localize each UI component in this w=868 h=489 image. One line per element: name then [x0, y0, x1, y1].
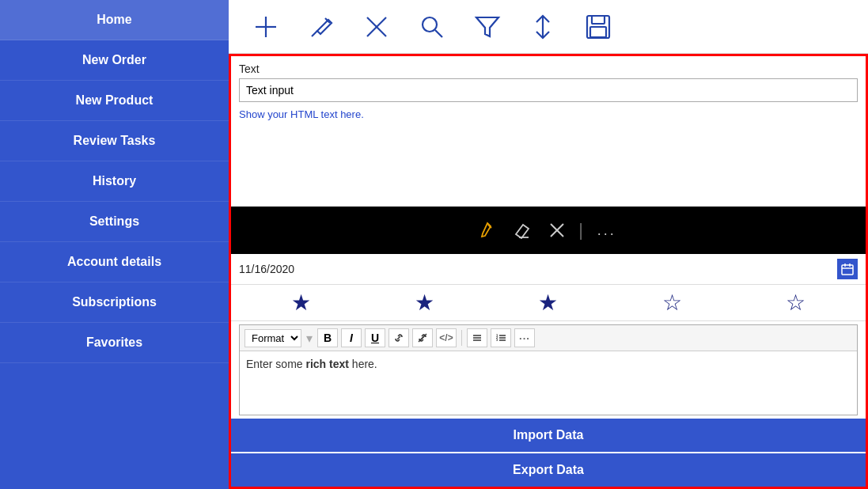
svg-point-6	[423, 17, 437, 32]
divider: |	[578, 220, 583, 241]
pen-tool-icon[interactable]	[474, 218, 501, 242]
text-input[interactable]	[239, 78, 858, 102]
calendar-icon[interactable]	[837, 259, 858, 279]
italic-button[interactable]: I	[341, 328, 362, 347]
svg-rect-12	[590, 27, 606, 37]
more-options-button[interactable]: ···	[514, 328, 535, 347]
sidebar-item-review-tasks[interactable]: Review Tasks	[0, 121, 229, 161]
form-area: Text Show your HTML text here.	[229, 54, 868, 489]
html-link[interactable]: HTML	[290, 108, 318, 120]
sidebar-item-label: Review Tasks	[74, 134, 156, 147]
underline-button[interactable]: U	[365, 328, 385, 347]
star-3[interactable]: ★	[538, 290, 558, 316]
bottom-buttons: Import Data Export Data	[231, 419, 866, 487]
ordered-list-button[interactable]: 1 2 3	[491, 328, 511, 347]
sidebar: Home New Order New Product Review Tasks …	[0, 0, 229, 489]
sidebar-item-label: Settings	[89, 214, 139, 228]
date-value: 11/16/2020	[239, 263, 837, 275]
black-bar: | ...	[231, 207, 866, 254]
text-input-row	[239, 78, 858, 102]
star-2[interactable]: ★	[415, 290, 434, 316]
star-4[interactable]: ☆	[662, 290, 682, 316]
svg-line-2	[312, 31, 317, 36]
link-button[interactable]	[389, 328, 409, 347]
sort-icon[interactable]	[529, 13, 556, 40]
stars-row: ★ ★ ★ ☆ ☆	[231, 285, 866, 321]
star-5[interactable]: ☆	[786, 290, 805, 316]
sidebar-item-label: New Product	[76, 93, 154, 107]
rich-text-editor: Format ▾ B I U	[239, 324, 858, 415]
sidebar-item-label: History	[93, 174, 136, 188]
date-row: 11/16/2020	[231, 254, 866, 285]
rte-toolbar: Format ▾ B I U	[240, 325, 857, 351]
more-options-icon[interactable]: ...	[591, 219, 623, 242]
sidebar-item-label: Favorites	[86, 335, 142, 349]
edit-icon[interactable]	[308, 13, 335, 40]
x-icon[interactable]	[544, 218, 570, 242]
sidebar-item-subscriptions[interactable]: Subscriptions	[0, 282, 229, 323]
sidebar-item-favorites[interactable]: Favorites	[0, 323, 229, 363]
format-select[interactable]: Format	[244, 329, 301, 347]
sidebar-item-settings[interactable]: Settings	[0, 202, 229, 242]
sidebar-item-label: Account details	[67, 255, 161, 268]
save-icon[interactable]	[585, 13, 612, 40]
toolbar-divider	[461, 330, 462, 346]
text-section-label: Text	[231, 56, 866, 78]
import-data-button[interactable]: Import Data	[231, 419, 866, 452]
eraser-icon[interactable]	[509, 218, 536, 242]
sidebar-item-history[interactable]: History	[0, 161, 229, 202]
export-data-button[interactable]: Export Data	[231, 453, 866, 487]
svg-text:3: 3	[496, 338, 498, 342]
html-preview: Show your HTML text here.	[231, 105, 866, 125]
sidebar-item-new-product[interactable]: New Product	[0, 81, 229, 121]
rich-text-bold: rich text	[305, 358, 348, 370]
source-button[interactable]: </>	[436, 328, 457, 347]
sidebar-item-label: Home	[97, 13, 131, 26]
content-area	[231, 125, 866, 207]
bold-button[interactable]: B	[317, 328, 338, 347]
sidebar-item-account-details[interactable]: Account details	[0, 242, 229, 282]
rte-content[interactable]: Enter some rich text here.	[240, 351, 857, 415]
sidebar-item-new-order[interactable]: New Order	[0, 40, 229, 81]
search-icon[interactable]	[419, 13, 445, 40]
close-icon[interactable]	[363, 13, 390, 40]
svg-rect-17	[842, 265, 853, 275]
list-button[interactable]	[467, 328, 487, 347]
unlink-button[interactable]	[412, 328, 433, 347]
toolbar	[229, 0, 868, 54]
star-1[interactable]: ★	[291, 290, 311, 316]
svg-rect-11	[592, 16, 605, 24]
sidebar-item-label: New Order	[82, 53, 146, 66]
svg-line-7	[435, 30, 442, 37]
filter-icon[interactable]	[474, 13, 501, 40]
sidebar-item-home[interactable]: Home	[0, 0, 229, 40]
add-icon[interactable]	[252, 13, 279, 40]
main-panel: Text Show your HTML text here.	[229, 0, 868, 489]
svg-marker-8	[476, 17, 498, 36]
sidebar-item-label: Subscriptions	[72, 295, 157, 309]
